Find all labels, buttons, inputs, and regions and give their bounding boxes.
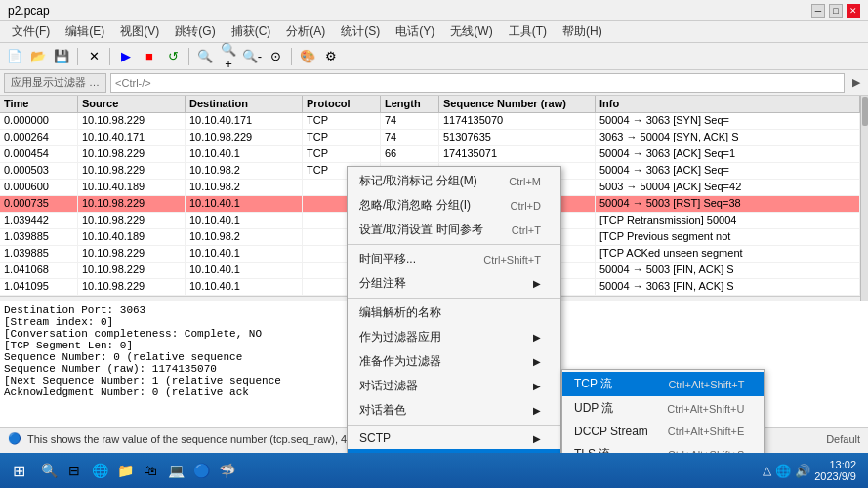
menu-view[interactable]: 视图(V) (112, 21, 167, 42)
table-row[interactable]: 0.000000 10.10.98.229 10.10.40.171 TCP 7… (0, 113, 860, 130)
maximize-button[interactable]: □ (829, 4, 843, 18)
menu-tools[interactable]: 工具(T) (501, 21, 555, 42)
header-destination: Destination (186, 96, 303, 112)
packet-scrollbar[interactable] (860, 96, 868, 301)
colorize[interactable]: 🎨 (297, 46, 318, 67)
cell-src: 10.10.98.229 (78, 163, 186, 179)
taskbar-wireshark[interactable]: 🦈 (215, 459, 238, 482)
context-menu[interactable]: 标记/取消标记 分组(M) Ctrl+M 忽略/取消忽略 分组(I) Ctrl+… (347, 166, 561, 488)
sub-context-menu-item[interactable]: DCCP Stream Ctrl+Alt+Shift+E (562, 421, 764, 442)
start-capture[interactable]: ▶ (115, 46, 137, 67)
context-menu-item[interactable]: 对话着色 ▶ (348, 398, 560, 423)
menu-edit[interactable]: 编辑(E) (58, 21, 112, 42)
close-button[interactable]: ✕ (847, 4, 860, 18)
context-menu-item[interactable]: 忽略/取消忽略 分组(I) Ctrl+D (348, 193, 560, 218)
menu-wireless[interactable]: 无线(W) (442, 21, 500, 42)
menu-phone[interactable]: 电话(Y) (388, 21, 442, 42)
window-controls[interactable]: ─ □ ✕ (811, 4, 860, 18)
date-display: 2023/9/9 (814, 470, 856, 482)
taskbar-vscode[interactable]: 💻 (164, 459, 187, 482)
menu-capture[interactable]: 捕获(C) (224, 21, 279, 42)
filter-arrow-right[interactable]: ▶ (848, 76, 864, 89)
sub-ctx-label: TCP 流 (574, 376, 612, 392)
menu-help[interactable]: 帮助(H) (555, 21, 610, 42)
prefs[interactable]: ⚙ (320, 46, 342, 67)
status-icon: 🔵 (8, 432, 21, 445)
cell-dst: 10.10.40.1 (186, 263, 303, 278)
zoom-reset[interactable]: ⊙ (265, 46, 286, 67)
taskbar-search[interactable]: 🔍 (37, 459, 61, 482)
menu-go[interactable]: 跳转(G) (167, 21, 223, 42)
context-menu-item[interactable]: 分组注释 ▶ (348, 271, 560, 296)
open-button[interactable]: 📂 (27, 46, 49, 67)
ctx-arrow-icon: ▶ (533, 356, 541, 367)
sub-ctx-shortcut: Ctrl+Alt+Shift+T (668, 379, 744, 390)
cell-info: 50004 → 3063 [ACK] Seq=1 (596, 146, 860, 162)
sub-context-menu-item[interactable]: UDP 流 Ctrl+Alt+Shift+U (562, 396, 764, 421)
cell-src: 10.10.98.229 (78, 213, 186, 228)
scroll-thumb[interactable] (862, 97, 868, 126)
cell-proto: TCP (303, 113, 381, 129)
taskbar-icons: 🔍 ⊟ 🌐 📁 🛍 💻 🔵 🦈 (33, 459, 755, 482)
taskbar-chrome[interactable]: 🔵 (189, 459, 213, 482)
ctx-item-label: 时间平移... (359, 251, 416, 267)
cell-time: 0.000264 (0, 130, 78, 145)
ctx-shortcut: Ctrl+T (512, 224, 541, 236)
stop-capture[interactable]: ■ (139, 46, 160, 67)
ctx-item-label: 作为过滤器应用 (359, 329, 441, 346)
table-row[interactable]: 0.000454 10.10.98.229 10.10.40.1 TCP 66 … (0, 146, 860, 163)
filter-label: 应用显示过滤器 … (4, 73, 106, 93)
menu-stats[interactable]: 统计(S) (333, 21, 388, 42)
taskbar-tray: △ 🌐 🔊 13:02 2023/9/9 (755, 459, 864, 482)
context-menu-item[interactable]: 准备作为过滤器 ▶ (348, 349, 560, 374)
taskbar: ⊞ 🔍 ⊟ 🌐 📁 🛍 💻 🔵 🦈 △ 🌐 🔊 13:02 2023/9/9 (0, 453, 868, 488)
header-info: Info (596, 96, 860, 112)
menu-analyze[interactable]: 分析(A) (278, 21, 333, 42)
context-menu-item[interactable]: 作为过滤器应用 ▶ (348, 325, 560, 349)
separator-3 (188, 48, 189, 65)
cell-len: 74 (381, 130, 439, 145)
toolbar: 📄 📂 💾 ✕ ▶ ■ ↺ 🔍 🔍+ 🔍- ⊙ 🎨 ⚙ (0, 43, 868, 70)
save-button[interactable]: 💾 (51, 46, 72, 67)
sub-context-menu-item[interactable]: TCP 流 Ctrl+Alt+Shift+T (562, 372, 764, 396)
context-menu-item[interactable]: 标记/取消标记 分组(M) Ctrl+M (348, 169, 560, 193)
filter-bar: 应用显示过滤器 … ▶ (0, 70, 868, 96)
filter-button[interactable]: 🔍 (194, 46, 216, 67)
filter-input[interactable] (110, 73, 845, 93)
cell-dst: 10.10.40.1 (186, 246, 303, 262)
taskbar-file-explorer[interactable]: 📁 (113, 459, 137, 482)
header-time: Time (0, 96, 78, 112)
cell-src: 10.10.40.171 (78, 130, 186, 145)
new-button[interactable]: 📄 (4, 46, 25, 67)
zoom-out[interactable]: 🔍- (241, 46, 263, 67)
zoom-in[interactable]: 🔍+ (218, 46, 239, 67)
context-menu-item[interactable]: 设置/取消设置 时间参考 Ctrl+T (348, 218, 560, 242)
context-menu-item[interactable]: 对话过滤器 ▶ (348, 374, 560, 398)
taskbar-time: 13:02 2023/9/9 (814, 459, 856, 482)
table-row[interactable]: 0.000264 10.10.40.171 10.10.98.229 TCP 7… (0, 130, 860, 146)
taskbar-task-view[interactable]: ⊟ (62, 459, 86, 482)
context-menu-item[interactable]: 编辑解析的名称 (348, 301, 560, 325)
separator-2 (109, 48, 110, 65)
cell-time: 1.041095 (0, 279, 78, 295)
cell-dst: 10.10.40.1 (186, 279, 303, 295)
cell-seq: 51307635 (439, 130, 596, 145)
cell-src: 10.10.98.229 (78, 279, 186, 295)
taskbar-edge[interactable]: 🌐 (88, 459, 111, 482)
cell-time: 0.000600 (0, 180, 78, 195)
ctx-item-label: 标记/取消标记 分组(M) (359, 173, 477, 189)
close-capture[interactable]: ✕ (83, 46, 104, 67)
context-menu-item[interactable]: 时间平移... Ctrl+Shift+T (348, 247, 560, 271)
context-menu-container: 标记/取消标记 分组(M) Ctrl+M 忽略/取消忽略 分组(I) Ctrl+… (347, 166, 765, 488)
status-text: This shows the raw value of the sequence… (27, 433, 383, 445)
minimize-button[interactable]: ─ (811, 4, 825, 18)
menu-file[interactable]: 文件(F) (4, 21, 58, 42)
cell-seq: 1174135070 (439, 113, 596, 129)
ctx-item-label: SCTP (359, 431, 391, 445)
ctx-arrow-icon: ▶ (533, 332, 541, 343)
start-button[interactable]: ⊞ (4, 456, 33, 485)
restart-capture[interactable]: ↺ (162, 46, 184, 67)
header-protocol: Protocol (303, 96, 381, 112)
context-menu-item[interactable]: SCTP ▶ (348, 427, 560, 449)
taskbar-store[interactable]: 🛍 (139, 459, 162, 482)
